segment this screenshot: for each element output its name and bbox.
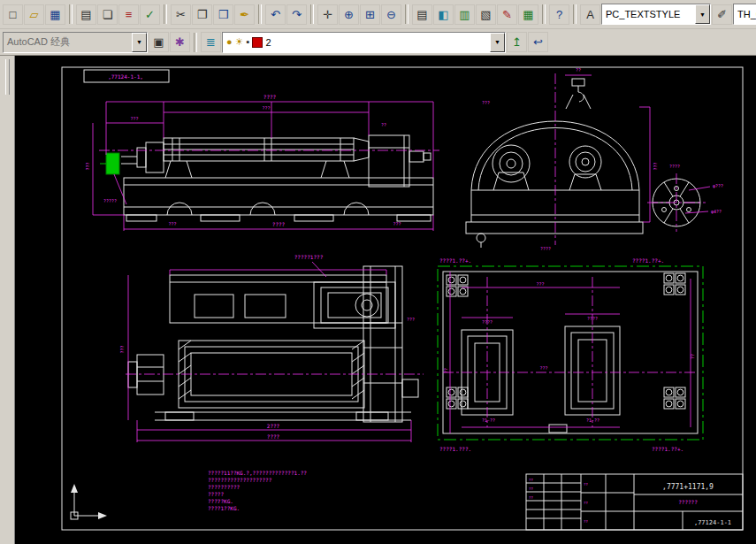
dwg-label: ???	[393, 221, 401, 226]
workspace-settings-icon: ✱	[175, 36, 185, 48]
cut-button[interactable]: ✂	[171, 4, 191, 25]
dwg-label: ??	[584, 482, 588, 487]
dwg-label: ??	[443, 368, 448, 373]
sheet-set-manager-button[interactable]: ▧	[476, 4, 496, 25]
dwg-label: ???	[168, 221, 176, 226]
dwg-label: ?1-??	[586, 418, 599, 423]
plot-button[interactable]: ▤	[76, 4, 96, 25]
layer-combo[interactable]: ● ☀ ▪ 2 ▼	[222, 32, 506, 53]
text-style-combo[interactable]: PC_TEXTSTYLE ▼	[601, 4, 711, 25]
drawing-text-labels: ,77124-1-1,?????????????????????????????…	[85, 67, 731, 526]
plot-preview-icon: ❏	[103, 9, 113, 20]
quick-calc-button[interactable]: ▦	[518, 4, 538, 25]
dwg-label: ????	[272, 221, 286, 227]
markup-set-manager-button[interactable]: ✎	[497, 4, 517, 25]
toolbar-separator	[69, 4, 73, 24]
workspace-settings-button[interactable]: ✱	[170, 32, 190, 52]
workspace-area: ,77124-1-1,?????????????????????????????…	[0, 56, 756, 544]
tool-palettes-button[interactable]: ▥	[454, 4, 475, 25]
zoom-realtime-magnifier-icon: ⊕	[344, 9, 354, 20]
pan-button[interactable]: ✛	[317, 4, 338, 25]
workspace-icon: ▣	[153, 36, 164, 48]
dim-style-button[interactable]: ✐	[712, 4, 732, 25]
save-button[interactable]: ▦	[45, 4, 65, 25]
dimension-lines	[93, 73, 710, 442]
dim-style-pencil-icon: ✐	[717, 9, 727, 20]
dwg-label: ????	[587, 316, 598, 321]
chevron-down-icon[interactable]: ▼	[695, 4, 710, 24]
layer-properties-button[interactable]: ≣	[201, 32, 221, 52]
chevron-down-icon[interactable]: ▼	[132, 33, 147, 52]
toolbar-separator	[164, 4, 167, 24]
workspace-combo[interactable]: AutoCAD 经典 ▼	[3, 32, 148, 53]
toolbar-separator	[258, 4, 262, 24]
zoom-window-button[interactable]: ⊞	[360, 4, 380, 25]
match-properties-button[interactable]: ✒	[234, 4, 255, 25]
open-button[interactable]: ▱	[24, 4, 44, 25]
layer-lock-icon[interactable]: ▪	[247, 37, 250, 47]
layer-on-bulb-icon[interactable]: ●	[226, 37, 233, 47]
zoom-window-magnifier-icon: ⊞	[365, 9, 375, 20]
make-layer-current-icon: ↥	[512, 36, 522, 48]
dwg-label: ??	[529, 478, 533, 482]
make-object-layer-current-button[interactable]: ↥	[507, 32, 527, 52]
dwg-label: ???	[262, 105, 270, 111]
redo-arrow-icon: ↷	[292, 9, 302, 20]
new-button[interactable]: □	[3, 4, 23, 25]
layers-stack-icon: ≣	[206, 36, 216, 48]
spell-check-button[interactable]: ✓	[140, 4, 160, 25]
pan-icon: ✛	[323, 9, 332, 20]
paste-button[interactable]: ❒	[213, 4, 233, 25]
dwg-label: ,77124-1-1,	[108, 73, 143, 80]
dwg-label: ?????	[103, 198, 117, 203]
dwg-label: φ4??	[711, 209, 722, 215]
layer-previous-button[interactable]: ↩	[528, 32, 548, 52]
properties-icon: ▤	[416, 9, 427, 20]
layer-color-swatch[interactable]	[252, 37, 263, 48]
dwg-label: ????1??KG.	[208, 505, 240, 511]
dwg-label: ???	[407, 317, 415, 322]
help-button[interactable]: ?	[549, 4, 569, 25]
undo-button[interactable]: ↶	[265, 4, 286, 25]
text-style-a-icon: A	[586, 9, 594, 20]
drawing-canvas[interactable]: ,77124-1-1,?????????????????????????????…	[15, 56, 756, 544]
dwg-label: 2???	[267, 423, 280, 429]
redo-button[interactable]: ↷	[286, 4, 307, 25]
new-icon: □	[10, 9, 17, 20]
help-question-icon: ?	[556, 9, 562, 20]
publish-button[interactable]: ≡	[118, 4, 139, 25]
toolbar-separator	[405, 4, 409, 24]
dwg-label: ????1.???.	[439, 446, 471, 452]
properties-palette-button[interactable]: ▤	[412, 4, 432, 25]
text-style-button[interactable]: A	[580, 4, 600, 25]
dwg-label: ??	[381, 122, 386, 127]
dwg-label: ???	[119, 345, 125, 353]
toolbar-separator	[573, 4, 577, 24]
cad-drawing[interactable]: ,77124-1-1,?????????????????????????????…	[15, 56, 756, 544]
dwg-label: ,77124-1-1	[694, 519, 731, 526]
design-center-button[interactable]: ◧	[433, 4, 454, 25]
copy-button[interactable]: ❐	[192, 4, 212, 25]
dwg-label: ????1.??+.	[632, 257, 664, 264]
dim-style-value: TH_GBDI	[737, 9, 756, 19]
plot-preview-button[interactable]: ❏	[97, 4, 118, 25]
dim-style-combo[interactable]: TH_GBDI	[733, 4, 756, 25]
dwg-label: ???	[482, 100, 490, 105]
zoom-realtime-button[interactable]: ⊕	[339, 4, 359, 25]
dwg-label: ?1-??	[482, 418, 495, 423]
dwg-label: ????1.??+.	[652, 446, 683, 452]
workspace-save-button[interactable]: ▣	[149, 32, 169, 52]
dwg-label: ??????????	[208, 484, 241, 490]
printer-icon: ▤	[80, 9, 91, 20]
ucs-icon	[71, 484, 107, 519]
toolbar-separator	[194, 33, 197, 52]
text-style-value: PC_TEXTSTYLE	[606, 9, 680, 19]
dwg-label: ???7?KG.	[208, 498, 233, 504]
zoom-previous-button[interactable]: ⊖	[381, 4, 401, 25]
toolbar-separator	[542, 4, 546, 24]
chevron-down-icon[interactable]: ▼	[490, 33, 505, 52]
match-properties-brush-icon: ✒	[240, 9, 249, 20]
dock-grip[interactable]	[5, 59, 10, 95]
quick-calc-icon: ▦	[523, 9, 533, 20]
layer-freeze-sun-icon[interactable]: ☀	[235, 37, 244, 47]
